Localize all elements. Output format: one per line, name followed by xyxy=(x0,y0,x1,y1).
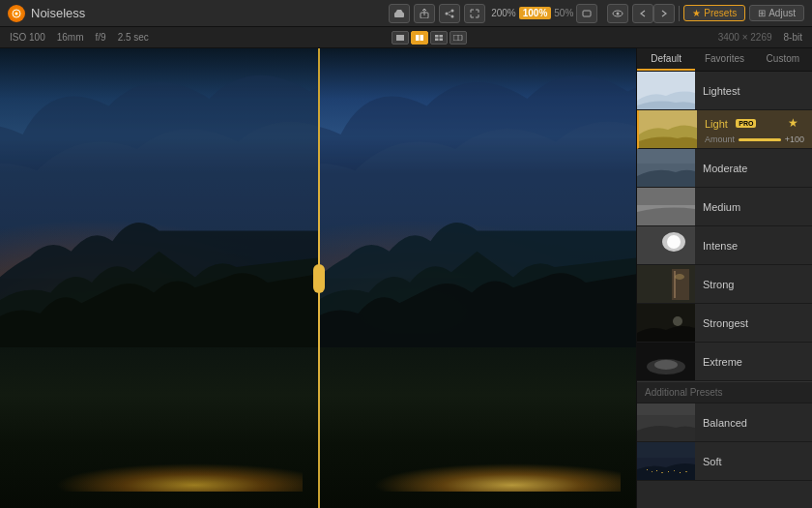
zoom-fit-button[interactable] xyxy=(576,4,597,23)
view-compare-button[interactable] xyxy=(450,31,467,45)
preset-medium[interactable]: Medium xyxy=(637,188,812,226)
svg-point-12 xyxy=(617,12,620,15)
photo-original xyxy=(0,48,318,508)
preset-info-extreme: Extreme xyxy=(695,352,812,372)
svg-rect-27 xyxy=(637,188,695,205)
view-grid-button[interactable] xyxy=(430,31,448,45)
photo-canvas-area[interactable] xyxy=(0,48,636,508)
preset-thumb-light xyxy=(639,110,697,149)
app-logo xyxy=(8,5,25,22)
prev-button[interactable] xyxy=(632,4,653,23)
svg-rect-14 xyxy=(416,35,420,41)
svg-rect-18 xyxy=(435,38,439,41)
preset-info-strong: Strong xyxy=(695,275,812,294)
svg-point-39 xyxy=(654,360,678,370)
focal-info: 16mm xyxy=(57,32,84,43)
view-single-button[interactable] xyxy=(392,31,409,45)
preset-thumb-soft xyxy=(637,442,695,481)
tab-custom[interactable]: Custom xyxy=(754,48,812,71)
zoom-controls: 200% 100% 50% xyxy=(491,4,597,23)
right-panel: Default Favorites Custom Lightest xyxy=(636,48,812,508)
preset-thumb-lightest xyxy=(637,72,695,110)
preset-intense[interactable]: Intense xyxy=(637,226,812,265)
aperture-info: f/9 xyxy=(96,32,106,43)
preset-soft[interactable]: Soft xyxy=(637,442,812,481)
preset-info-strongest: Strongest xyxy=(695,314,812,333)
preset-star-light[interactable]: ★ xyxy=(788,116,798,130)
split-divider[interactable] xyxy=(318,48,320,508)
preset-name-light: Light xyxy=(705,118,728,130)
svg-rect-46 xyxy=(656,470,657,471)
open-button[interactable] xyxy=(389,4,410,23)
preset-thumb-medium xyxy=(637,188,695,226)
next-button[interactable] xyxy=(653,4,675,23)
svg-point-6 xyxy=(451,15,454,17)
preset-name-strongest: Strongest xyxy=(703,317,804,329)
amount-track[interactable] xyxy=(739,138,781,141)
preset-balanced[interactable]: Balanced xyxy=(637,403,812,442)
amount-value: +100 xyxy=(785,134,804,144)
split-handle[interactable] xyxy=(313,264,325,293)
share-button[interactable] xyxy=(439,4,460,23)
toolbar-icons xyxy=(389,4,485,23)
export-button[interactable] xyxy=(414,4,435,23)
svg-point-7 xyxy=(446,12,449,15)
zoom-100-active[interactable]: 100% xyxy=(519,7,552,19)
svg-point-1 xyxy=(15,12,18,15)
svg-rect-47 xyxy=(661,472,663,473)
svg-rect-17 xyxy=(440,35,444,38)
preset-info-light: Light PRO ★ Amount +100 xyxy=(697,110,812,148)
svg-rect-10 xyxy=(583,11,591,16)
app-title: Noiseless xyxy=(31,6,389,20)
preset-moderate[interactable]: Moderate xyxy=(637,149,812,188)
amount-bar-light: Amount +100 xyxy=(705,134,804,144)
preset-thumb-balanced xyxy=(637,403,695,442)
tab-default[interactable]: Default xyxy=(637,48,695,71)
preset-info-soft: Soft xyxy=(695,452,812,471)
svg-line-9 xyxy=(449,14,451,15)
svg-rect-41 xyxy=(637,403,695,415)
amount-fill xyxy=(739,138,781,141)
svg-rect-2 xyxy=(394,13,404,17)
svg-point-5 xyxy=(451,9,454,12)
presets-list: Lightest Light PRO xyxy=(637,72,812,508)
zoom-200[interactable]: 200% xyxy=(491,8,516,18)
svg-point-36 xyxy=(673,316,682,326)
svg-rect-43 xyxy=(637,442,695,458)
preset-lightest[interactable]: Lightest xyxy=(637,72,812,110)
preset-light[interactable]: Light PRO ★ Amount +100 xyxy=(637,110,812,149)
preset-thumb-extreme xyxy=(637,343,695,381)
svg-rect-20 xyxy=(453,35,462,41)
preset-name-medium: Medium xyxy=(703,201,804,213)
preset-info-lightest: Lightest xyxy=(695,81,812,101)
adjust-button[interactable]: ⊞ Adjust xyxy=(749,5,804,21)
tab-favorites[interactable]: Favorites xyxy=(695,48,753,71)
preset-info-balanced: Balanced xyxy=(695,413,812,433)
view-split-button[interactable] xyxy=(411,31,428,45)
iso-info: ISO 100 xyxy=(10,32,45,43)
info-bar: ISO 100 16mm f/9 2.5 sec 3400 × 2269 8-b… xyxy=(0,27,812,48)
presets-button[interactable]: ★ Presets xyxy=(683,5,745,21)
eye-button[interactable] xyxy=(607,4,628,23)
svg-rect-13 xyxy=(396,35,404,41)
panel-tabs: Default Favorites Custom xyxy=(637,48,812,72)
preset-strongest[interactable]: Strongest xyxy=(637,304,812,343)
amount-label: Amount xyxy=(705,134,735,144)
preset-extreme[interactable]: Extreme xyxy=(637,343,812,381)
preset-thumb-strong xyxy=(637,265,695,304)
svg-rect-48 xyxy=(668,471,669,472)
preset-info-medium: Medium xyxy=(695,197,812,217)
title-bar: Noiseless 200% 100% 50% ★ Presets xyxy=(0,0,812,27)
zoom-50[interactable]: 50% xyxy=(554,8,573,18)
svg-point-34 xyxy=(675,274,684,280)
preset-thumb-moderate xyxy=(637,149,695,188)
toolbar-separator xyxy=(679,6,680,21)
preset-strong[interactable]: Strong xyxy=(637,265,812,304)
preset-name-extreme: Extreme xyxy=(703,356,804,368)
svg-rect-44 xyxy=(647,469,648,470)
svg-rect-19 xyxy=(440,38,444,41)
view-mode-buttons xyxy=(392,31,467,45)
maximize-button[interactable] xyxy=(464,4,485,23)
svg-rect-45 xyxy=(652,471,652,472)
preset-name-soft: Soft xyxy=(703,456,804,467)
